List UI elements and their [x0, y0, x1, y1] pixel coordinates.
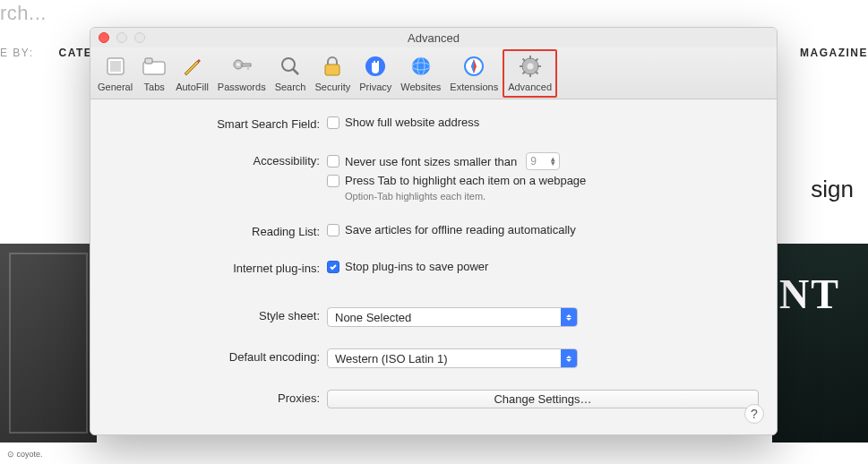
- hand-icon: [363, 54, 388, 79]
- tab-autofill[interactable]: AutoFill: [171, 50, 213, 97]
- font-size-stepper[interactable]: 9 ▴▾: [526, 152, 560, 170]
- stop-plugins-option[interactable]: Stop plug-ins to save power: [327, 260, 759, 273]
- svg-rect-1: [110, 61, 121, 72]
- svg-line-23: [535, 71, 537, 73]
- smart-search-label: Smart Search Field:: [108, 116, 327, 131]
- tab-privacy[interactable]: Privacy: [355, 50, 396, 97]
- chevron-updown-icon: [561, 349, 577, 367]
- titlebar: Advanced: [90, 28, 777, 47]
- svg-line-24: [522, 71, 525, 73]
- encoding-select[interactable]: Western (ISO Latin 1): [327, 348, 578, 368]
- general-icon: [103, 54, 128, 79]
- show-develop-option[interactable]: Show Develop menu in menu bar: [327, 434, 759, 435]
- tab-passwords[interactable]: Passwords: [213, 50, 271, 97]
- search-icon: [278, 54, 303, 79]
- preferences-toolbar: General Tabs AutoFill Passwords Search: [90, 47, 777, 99]
- bg-headline: sign: [811, 176, 854, 203]
- plugins-label: Internet plug-ins:: [108, 260, 327, 275]
- lock-icon: [320, 54, 345, 79]
- stylesheet-label: Style sheet:: [108, 307, 327, 322]
- change-settings-button[interactable]: Change Settings…: [327, 390, 759, 408]
- svg-point-5: [236, 63, 240, 66]
- window-title: Advanced: [408, 31, 460, 45]
- tab-security[interactable]: Security: [310, 50, 355, 97]
- option-tab-hint: Option-Tab highlights each item.: [345, 191, 759, 202]
- show-full-address-option[interactable]: Show full website address: [327, 116, 759, 129]
- checkbox-press-tab[interactable]: [327, 175, 339, 187]
- proxies-label: Proxies:: [108, 390, 327, 405]
- stylesheet-select[interactable]: None Selected: [327, 307, 578, 327]
- svg-rect-6: [242, 64, 251, 66]
- svg-line-25: [535, 58, 537, 61]
- checkbox-show-full-address[interactable]: [327, 116, 339, 129]
- svg-rect-3: [145, 58, 152, 64]
- nav-magazine[interactable]: MAGAZINE: [800, 47, 868, 59]
- chevron-updown-icon: [561, 308, 577, 326]
- checkbox-show-develop[interactable]: [327, 434, 339, 436]
- help-button[interactable]: ?: [744, 404, 764, 424]
- checkbox-font-size[interactable]: [327, 155, 339, 168]
- checkbox-save-offline[interactable]: [327, 224, 339, 236]
- preferences-window: Advanced General Tabs AutoFill Passwords: [90, 27, 778, 435]
- reading-list-label: Reading List:: [108, 223, 327, 238]
- window-close-button[interactable]: [99, 32, 109, 43]
- search-placeholder-fragment: rch...: [0, 2, 47, 25]
- browse-by-label: E BY:: [0, 47, 34, 59]
- svg-point-17: [527, 63, 533, 69]
- tab-websites[interactable]: Websites: [396, 50, 445, 97]
- svg-line-9: [293, 69, 298, 74]
- encoding-label: Default encoding:: [108, 348, 327, 364]
- globe-icon: [408, 54, 434, 79]
- press-tab-option[interactable]: Press Tab to highlight each item on a we…: [327, 174, 759, 187]
- thumb-caption: ⊙ coyote.: [4, 448, 47, 460]
- tab-tabs[interactable]: Tabs: [137, 50, 171, 97]
- svg-point-8: [282, 58, 295, 71]
- accessibility-label: Accessibility:: [108, 152, 327, 168]
- thumb-right-text: NT: [779, 271, 840, 318]
- tab-general[interactable]: General: [93, 50, 137, 97]
- gear-icon: [518, 54, 543, 79]
- never-font-size-option[interactable]: Never use font sizes smaller than 9 ▴▾: [327, 152, 759, 170]
- window-minimize-button[interactable]: [116, 32, 127, 43]
- save-offline-option[interactable]: Save articles for offline reading automa…: [327, 223, 759, 236]
- advanced-pane: Smart Search Field: Show full website ad…: [90, 99, 777, 434]
- nav-category[interactable]: CATE: [59, 47, 93, 59]
- bg-thumbnail-right[interactable]: NT: [772, 244, 868, 443]
- tab-extensions[interactable]: Extensions: [445, 50, 503, 97]
- tab-advanced[interactable]: Advanced: [503, 49, 557, 98]
- window-zoom-button[interactable]: [134, 32, 145, 43]
- svg-rect-10: [325, 64, 339, 75]
- tabs-icon: [142, 54, 167, 79]
- autofill-icon: [179, 54, 204, 79]
- checkbox-stop-plugins[interactable]: [327, 261, 339, 273]
- tab-search[interactable]: Search: [271, 50, 311, 97]
- svg-line-22: [522, 58, 525, 61]
- svg-point-12: [412, 57, 430, 75]
- bg-thumbnail-left[interactable]: ⊙ coyote.: [0, 244, 97, 443]
- compass-icon: [461, 54, 486, 79]
- svg-rect-7: [247, 66, 249, 70]
- key-icon: [229, 54, 254, 79]
